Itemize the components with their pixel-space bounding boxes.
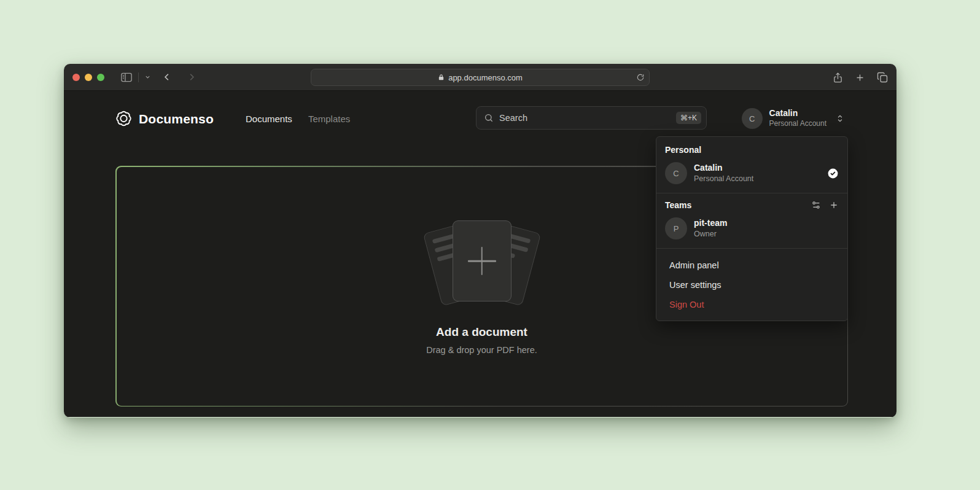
chevrons-up-down-icon (836, 114, 844, 123)
search-box[interactable]: ⌘+K (476, 106, 707, 130)
sidebar-toggle-icon[interactable] (120, 72, 133, 83)
brand-name: Documenso (139, 111, 214, 126)
team-role: Owner (694, 229, 727, 239)
documenso-logo-icon (115, 111, 132, 127)
url-text: app.documenso.com (448, 73, 523, 82)
lock-icon (438, 74, 445, 81)
menu-item-sign-out[interactable]: Sign Out (663, 295, 841, 314)
dropzone-subtitle: Drag & drop your PDF here. (426, 345, 537, 355)
dropzone-title: Add a document (436, 325, 527, 339)
new-tab-icon[interactable] (855, 72, 865, 83)
team-item[interactable]: P pit-team Owner (656, 214, 847, 243)
menu-item-user-settings[interactable]: User settings (663, 275, 841, 295)
selected-check-icon (827, 168, 839, 179)
personal-section-label: Personal (656, 143, 847, 159)
zoom-window-button[interactable] (97, 74, 104, 81)
traffic-lights (72, 74, 104, 81)
add-team-icon[interactable] (829, 200, 839, 210)
toolbar-divider (138, 72, 139, 82)
menu-divider (656, 193, 847, 193)
browser-toolbar: app.documenso.com (64, 64, 896, 91)
teams-section-label: Teams (665, 200, 691, 210)
reload-icon[interactable] (636, 73, 645, 82)
avatar: C (665, 162, 687, 184)
address-bar[interactable]: app.documenso.com (311, 69, 650, 86)
nav-templates[interactable]: Templates (308, 114, 350, 124)
share-icon[interactable] (833, 72, 843, 84)
avatar: P (665, 217, 687, 239)
forward-button[interactable] (186, 71, 198, 83)
account-menu-button[interactable]: C Catalin Personal Account (742, 108, 844, 129)
search-input[interactable] (499, 113, 671, 123)
browser-window: app.documenso.com (64, 64, 896, 418)
plus-icon (468, 247, 496, 275)
brand[interactable]: Documenso (115, 111, 214, 127)
personal-account-subtitle: Personal Account (694, 174, 753, 184)
desktop-background: app.documenso.com (0, 0, 980, 490)
app-content: Documenso Documents Templates ⌘+K C (64, 91, 896, 417)
document-stack-icon (411, 217, 553, 309)
sidebar-chevron-down-icon[interactable] (144, 74, 151, 80)
personal-account-name: Catalin (694, 162, 753, 173)
avatar: C (742, 108, 763, 129)
menu-item-admin-panel[interactable]: Admin panel (663, 255, 841, 275)
manage-teams-icon[interactable] (811, 200, 821, 210)
tab-overview-icon[interactable] (877, 72, 888, 83)
close-window-button[interactable] (72, 74, 80, 81)
minimize-window-button[interactable] (85, 74, 92, 81)
main-nav: Documents Templates (246, 114, 350, 124)
nav-documents[interactable]: Documents (246, 114, 292, 124)
personal-account-item[interactable]: C Catalin Personal Account (656, 159, 847, 187)
account-dropdown-menu: Personal C Catalin Personal Account Team… (656, 136, 848, 321)
menu-divider (656, 248, 847, 249)
account-name: Catalin (769, 108, 826, 119)
teams-section-header: Teams (656, 199, 847, 214)
back-button[interactable] (161, 71, 173, 83)
account-type: Personal Account (769, 119, 826, 129)
search-icon (484, 113, 494, 123)
team-name: pit-team (694, 217, 727, 228)
search-shortcut-badge: ⌘+K (676, 112, 701, 124)
